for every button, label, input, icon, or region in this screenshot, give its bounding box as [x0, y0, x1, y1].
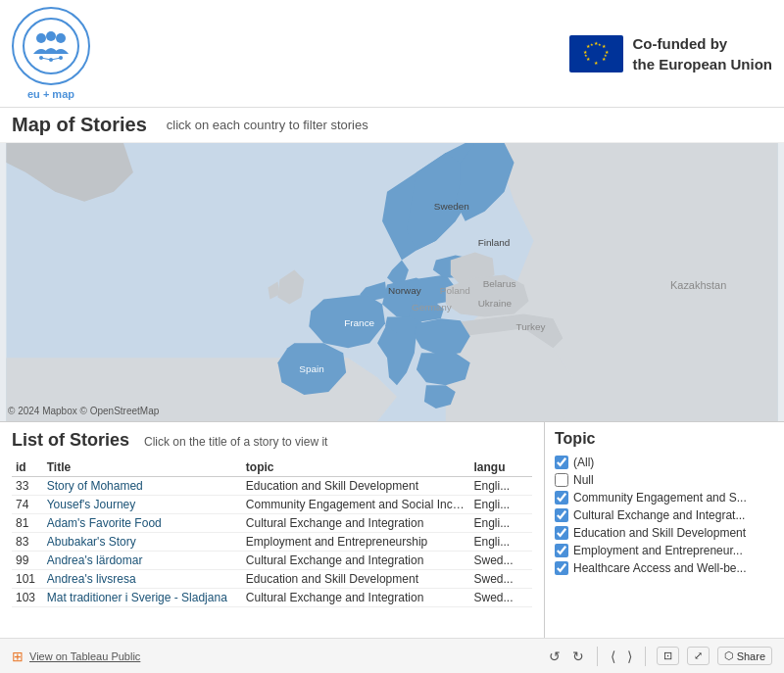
logo-text: eu + map — [27, 88, 74, 100]
map-container[interactable]: Kazakhstan Sweden Finland Norway Germany… — [0, 143, 784, 422]
cell-lang: Swed... — [470, 570, 532, 589]
table-row[interactable]: 83 Abubakar's Story Employment and Entre… — [12, 533, 532, 552]
svg-text:★: ★ — [584, 53, 588, 58]
skip-back-icon[interactable]: ⟨ — [609, 647, 617, 666]
col-id: id — [12, 458, 43, 477]
cell-lang: Swed... — [470, 552, 532, 570]
svg-text:Spain: Spain — [299, 363, 323, 374]
topic-item-label: Employment and Entrepreneur... — [573, 544, 743, 557]
map-svg[interactable]: Kazakhstan Sweden Finland Norway Germany… — [0, 143, 784, 421]
topic-filter-item[interactable]: Cultural Exchange and Integrat... — [555, 506, 755, 524]
toolbar-controls: ↺ ↻ ⟨ ⟩ ⊡ ⤢ ⬡ Share — [547, 647, 772, 666]
logo-image — [12, 7, 90, 85]
cell-id: 101 — [12, 570, 43, 589]
table-row[interactable]: 103 Mat traditioner i Sverige - Sladjana… — [12, 589, 532, 607]
share-icon: ⬡ — [724, 649, 734, 662]
svg-text:Turkey: Turkey — [516, 321, 546, 332]
table-row[interactable]: 74 Yousef's Journey Community Engagement… — [12, 496, 532, 514]
svg-text:★: ★ — [590, 42, 594, 47]
svg-text:Poland: Poland — [440, 285, 470, 296]
cell-lang: Engli... — [470, 496, 532, 514]
topic-title: Topic — [555, 430, 755, 448]
cell-id: 33 — [12, 477, 43, 496]
col-lang: langu — [470, 458, 532, 477]
svg-point-0 — [24, 19, 78, 73]
svg-text:Finland: Finland — [478, 237, 511, 248]
topic-item-label: Null — [573, 473, 594, 487]
topic-filter-item[interactable]: Null — [555, 471, 755, 489]
topic-filter-item[interactable]: (All) — [555, 454, 755, 471]
redo-icon[interactable]: ↻ — [570, 647, 586, 666]
stories-section: List of Stories Click on the title of a … — [0, 422, 544, 638]
svg-text:★: ★ — [598, 42, 602, 47]
cell-title[interactable]: Story of Mohamed — [43, 477, 242, 496]
svg-text:Belarus: Belarus — [483, 278, 516, 289]
topic-filter-item[interactable]: Education and Skill Development — [555, 524, 755, 542]
topic-checkbox[interactable] — [555, 526, 568, 540]
logo-area: eu + map — [12, 7, 90, 100]
header: eu + map ★ ★ ★ ★ ★ ★ ★ ★ ★ ★ ★ ★ — [0, 0, 784, 108]
topic-filter-list: (All) Null Community Engagement and S...… — [555, 454, 755, 577]
svg-point-3 — [56, 33, 66, 43]
table-row[interactable]: 81 Adam's Favorite Food Cultural Exchang… — [12, 514, 532, 533]
cell-topic: Community Engagement and Social Inclusio… — [242, 496, 470, 514]
cell-id: 99 — [12, 552, 43, 570]
cell-topic: Cultural Exchange and Integration — [242, 589, 470, 607]
table-row[interactable]: 33 Story of Mohamed Education and Skill … — [12, 477, 532, 496]
stories-table-body[interactable]: 33 Story of Mohamed Education and Skill … — [12, 477, 532, 607]
cell-id: 74 — [12, 496, 43, 514]
cell-lang: Engli... — [470, 477, 532, 496]
stories-subtitle: Click on the title of a story to view it — [144, 435, 327, 449]
table-row[interactable]: 99 Andrea's lärdomar Cultural Exchange a… — [12, 552, 532, 570]
topic-checkbox[interactable] — [555, 561, 568, 575]
topic-checkbox[interactable] — [555, 544, 568, 557]
col-title: Title — [43, 458, 242, 477]
cell-title[interactable]: Andrea's livsresa — [43, 570, 242, 589]
map-attribution: © 2024 Mapbox © OpenStreetMap — [8, 406, 159, 416]
cell-topic: Education and Skill Development — [242, 570, 470, 589]
cell-lang: Swed... — [470, 589, 532, 607]
title-bar: Map of Stories click on each country to … — [0, 108, 784, 143]
topic-checkbox[interactable] — [555, 491, 568, 505]
cell-title[interactable]: Mat traditioner i Sverige - Sladjana — [43, 589, 242, 607]
svg-point-1 — [36, 33, 46, 43]
table-row[interactable]: 101 Andrea's livsresa Education and Skil… — [12, 570, 532, 589]
cell-title[interactable]: Abubakar's Story — [43, 533, 242, 552]
stories-table: id Title topic langu 33 Story of Mohamed… — [12, 458, 532, 607]
svg-text:Sweden: Sweden — [434, 201, 469, 212]
skip-forward-icon[interactable]: ⟩ — [625, 647, 634, 666]
cell-topic: Employment and Entrepreneurship — [242, 533, 470, 552]
table-header: id Title topic langu — [12, 458, 532, 477]
topic-checkbox[interactable] — [555, 508, 568, 522]
share-button[interactable]: ⬡ Share — [717, 647, 772, 665]
topic-filter-item[interactable]: Healthcare Access and Well-be... — [555, 559, 755, 577]
embed-icon: ⊡ — [663, 649, 672, 662]
tableau-label[interactable]: View on Tableau Public — [29, 650, 140, 662]
svg-text:Norway: Norway — [388, 285, 421, 296]
fullscreen-icon: ⤢ — [694, 649, 703, 662]
topic-checkbox[interactable] — [555, 473, 568, 487]
embed-button[interactable]: ⊡ — [657, 647, 679, 665]
fullscreen-button[interactable]: ⤢ — [687, 647, 710, 665]
topic-checkbox[interactable] — [555, 456, 568, 469]
eu-badge: ★ ★ ★ ★ ★ ★ ★ ★ ★ ★ ★ ★ Co-funded by the… — [569, 33, 773, 74]
topic-item-label: Cultural Exchange and Integrat... — [573, 508, 745, 522]
eu-label: Co-funded by the European Union — [633, 33, 773, 74]
topic-filter-item[interactable]: Community Engagement and S... — [555, 489, 755, 506]
cell-title[interactable]: Adam's Favorite Food — [43, 514, 242, 533]
cell-id: 83 — [12, 533, 43, 552]
cell-topic: Education and Skill Development — [242, 477, 470, 496]
cell-id: 103 — [12, 589, 43, 607]
page-title: Map of Stories — [12, 114, 147, 136]
svg-text:Germany: Germany — [412, 302, 452, 312]
tableau-link[interactable]: ⊞ View on Tableau Public — [12, 649, 140, 664]
cell-title[interactable]: Andrea's lärdomar — [43, 552, 242, 570]
cell-title[interactable]: Yousef's Journey — [43, 496, 242, 514]
map-subtitle: click on each country to filter stories — [167, 118, 368, 132]
svg-text:Kazakhstan: Kazakhstan — [670, 279, 726, 291]
topic-filter-item[interactable]: Employment and Entrepreneur... — [555, 542, 755, 559]
topic-item-label: Community Engagement and S... — [573, 491, 747, 505]
svg-text:France: France — [344, 317, 374, 328]
lower-section: List of Stories Click on the title of a … — [0, 422, 784, 638]
undo-icon[interactable]: ↺ — [547, 647, 563, 666]
